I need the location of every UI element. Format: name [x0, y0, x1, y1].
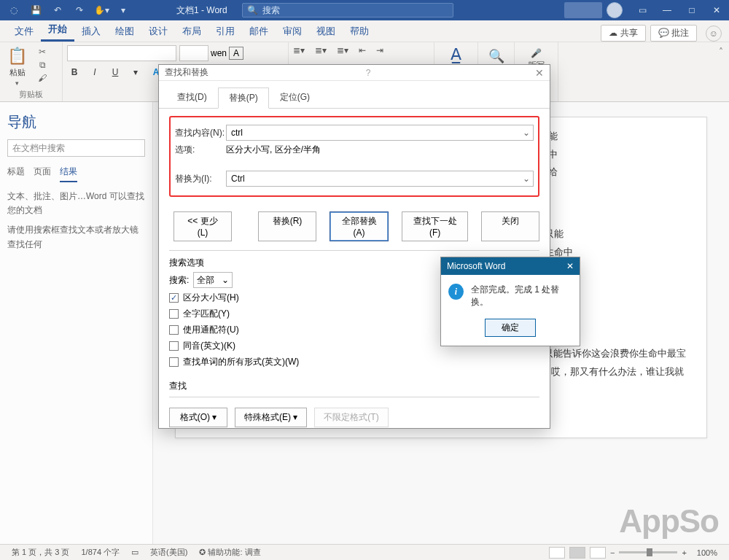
navigation-search[interactable]: 在文档中搜索	[7, 139, 145, 157]
search-placeholder: 搜索	[262, 4, 280, 17]
doc-fragment: 那我只能	[526, 225, 692, 244]
view-read-mode[interactable]	[549, 547, 565, 559]
cut-icon[interactable]: ✂	[36, 47, 49, 57]
tab-draw[interactable]: 绘图	[108, 20, 141, 42]
view-web-layout[interactable]	[590, 547, 606, 559]
tab-layout[interactable]: 布局	[175, 20, 208, 42]
annotation-box: 查找内容(N): ctrl⌄ 选项: 区分大小写, 区分全/半角 替换为(I):…	[169, 116, 539, 197]
maximize-button[interactable]: □	[679, 0, 704, 20]
share-button[interactable]: ☁ 共享	[601, 25, 645, 42]
help-icon[interactable]: ?	[366, 68, 371, 78]
comments-button[interactable]: 💬 批注	[650, 25, 697, 42]
tell-me-search[interactable]: 🔍 搜索	[242, 3, 453, 18]
msgbox-message: 全部完成。完成 1 处替换。	[471, 284, 572, 308]
tab-references[interactable]: 引用	[208, 20, 242, 42]
tab-help[interactable]: 帮助	[343, 20, 376, 42]
msgbox-close-icon[interactable]: ✕	[566, 261, 574, 271]
autosave-icon[interactable]: ◌	[4, 1, 23, 20]
special-format-button[interactable]: 特殊格式(E) ▾	[235, 408, 307, 427]
save-icon[interactable]: 💾	[26, 1, 45, 20]
feedback-icon[interactable]: ☺	[706, 26, 722, 42]
paste-button[interactable]: 📋 粘贴 ▾	[4, 45, 30, 88]
document-title: 文档1 - Word	[176, 4, 227, 17]
copy-icon[interactable]: ⧉	[36, 60, 49, 70]
msgbox-title: Microsoft Word	[447, 261, 505, 271]
dialog-close-icon[interactable]: ✕	[535, 67, 544, 79]
quick-access-toolbar: ◌ 💾 ↶ ↷ ✋▾ ▾	[0, 1, 133, 20]
bold-button[interactable]: B	[67, 66, 82, 79]
fr-tab-find[interactable]: 查找(D)	[166, 87, 218, 108]
options-value: 区分大小写, 区分全/半角	[226, 144, 321, 156]
clipboard-icon: 📋	[7, 47, 27, 66]
collapse-ribbon-icon[interactable]: ˄	[713, 42, 729, 101]
chevron-down-icon: ⌄	[523, 128, 530, 138]
view-print-layout[interactable]	[569, 547, 585, 559]
numbering-icon[interactable]: ≣▾	[315, 45, 327, 55]
tab-mailings[interactable]: 邮件	[242, 20, 276, 42]
tab-home[interactable]: 开始	[41, 18, 74, 42]
decrease-indent-icon[interactable]: ⇤	[359, 45, 366, 55]
fr-tab-goto[interactable]: 定位(G)	[269, 87, 321, 108]
font-name-combo[interactable]	[67, 45, 176, 61]
find-next-button[interactable]: 查找下一处(F)	[402, 211, 468, 241]
status-accessibility[interactable]: ✪ 辅助功能: 调查	[193, 547, 266, 558]
status-bar: 第 1 页，共 3 页 1/874 个字 ▭ 英语(美国) ✪ 辅助功能: 调查…	[0, 544, 729, 560]
find-icon[interactable]: 🔍	[483, 45, 510, 64]
nav-hint-1: 文本、批注、图片…Word 可以查找您的文档	[7, 190, 145, 217]
find-replace-dialog: 查找和替换 ? ✕ 查找(D) 替换(P) 定位(G) 查找内容(N): ctr…	[158, 64, 550, 429]
zoom-slider[interactable]	[619, 551, 677, 553]
tab-insert[interactable]: 插入	[74, 20, 108, 42]
replace-button[interactable]: 替换(R)	[258, 211, 316, 241]
microphone-icon: 🎤	[531, 48, 542, 58]
tab-view[interactable]: 视图	[309, 20, 343, 42]
status-spellcheck-icon[interactable]: ▭	[125, 548, 144, 557]
less-button[interactable]: << 更少(L)	[174, 211, 232, 241]
info-icon: i	[448, 284, 464, 300]
zoom-out-button[interactable]: −	[610, 548, 615, 557]
underline-button[interactable]: U	[108, 66, 122, 79]
navigation-pane: 导航 在文档中搜索 标题 页面 结果 文本、批注、图片…Word 可以查找您的文…	[0, 102, 153, 544]
msgbox-ok-button[interactable]: 确定	[485, 319, 536, 337]
status-language[interactable]: 英语(美国)	[144, 547, 193, 558]
font-size-combo[interactable]	[179, 45, 208, 61]
fr-tab-replace[interactable]: 替换(P)	[218, 88, 269, 109]
find-what-input[interactable]: ctrl⌄	[226, 125, 534, 141]
minimize-button[interactable]: —	[655, 0, 679, 20]
status-word-count[interactable]: 1/874 个字	[75, 547, 125, 558]
status-page[interactable]: 第 1 页，共 3 页	[6, 547, 75, 558]
nav-tab-pages[interactable]: 页面	[34, 166, 51, 182]
close-button[interactable]: ✕	[704, 0, 729, 20]
tab-file[interactable]: 文件	[7, 20, 41, 42]
tab-review[interactable]: 审阅	[276, 20, 309, 42]
italic-button[interactable]: I	[87, 66, 102, 79]
search-direction-select[interactable]: 全部⌄	[193, 272, 233, 288]
close-dialog-button[interactable]: 关闭	[481, 211, 539, 241]
multilevel-list-icon[interactable]: ≣▾	[337, 45, 348, 55]
increase-indent-icon[interactable]: ⇥	[376, 45, 383, 55]
search-direction-label: 搜索:	[169, 274, 189, 287]
styles-icon[interactable]: A̲	[439, 45, 473, 64]
user-avatar[interactable]	[607, 2, 623, 18]
nav-tab-headings[interactable]: 标题	[7, 166, 25, 182]
redo-icon[interactable]: ↷	[70, 1, 89, 20]
replace-all-button[interactable]: 全部替换(A)	[330, 211, 389, 241]
user-name-chip[interactable]	[564, 2, 602, 18]
touch-mode-icon[interactable]: ✋▾	[92, 1, 111, 20]
ribbon-display-options-icon[interactable]: ▭	[630, 0, 655, 20]
zoom-level[interactable]: 100%	[691, 548, 723, 557]
bullets-icon[interactable]: ≣▾	[293, 45, 305, 55]
chk-all-word-forms[interactable]: 查找单词的所有形式(英文)(W)	[169, 356, 539, 368]
format-painter-icon[interactable]: 🖌	[36, 73, 49, 83]
tab-design[interactable]: 设计	[141, 20, 175, 42]
qat-dropdown-icon[interactable]: ▾	[114, 1, 133, 20]
nav-tab-results[interactable]: 结果	[60, 166, 77, 182]
phonetic-guide-icon[interactable]: wen	[211, 47, 226, 60]
character-border-icon[interactable]: A	[229, 47, 243, 60]
find-what-label: 查找内容(N):	[175, 127, 226, 139]
options-label: 选项:	[175, 144, 226, 156]
strikethrough-button[interactable]: ▾	[128, 66, 143, 79]
replace-with-input[interactable]: Ctrl⌄	[226, 171, 534, 187]
undo-icon[interactable]: ↶	[48, 1, 67, 20]
format-button[interactable]: 格式(O) ▾	[169, 408, 227, 427]
zoom-in-button[interactable]: +	[682, 548, 686, 557]
